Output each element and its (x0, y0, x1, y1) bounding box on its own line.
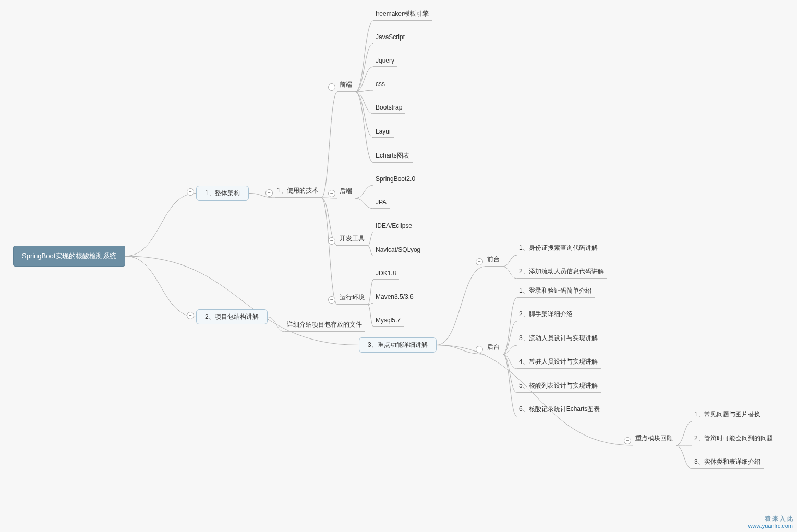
node-review-item: 2、管辩时可能会问到的问题 (692, 434, 776, 445)
collapse-icon[interactable]: − (187, 188, 194, 196)
node-back-item: 2、脚手架详细介绍 (517, 310, 576, 321)
collapse-icon[interactable]: − (328, 296, 335, 304)
node-env-item: Mysql5.7 (373, 317, 404, 327)
node-dev-tools[interactable]: 开发工具 (337, 234, 368, 246)
collapse-icon[interactable]: − (265, 189, 273, 197)
node-runtime-env[interactable]: 运行环境 (337, 293, 368, 305)
node-review-item: 3、实体类和表详细介绍 (692, 457, 764, 469)
collapse-icon[interactable]: − (328, 190, 335, 197)
node-env-item: Maven3.5/3.6 (373, 293, 417, 303)
node-backstage[interactable]: 后台 (485, 343, 503, 354)
node-frontend-item: freemaker模板引擎 (373, 9, 432, 21)
node-back-item: 3、流动人员设计与实现讲解 (517, 334, 601, 345)
node-frontend-item: Layui (373, 128, 394, 138)
node-front-item: 1、身份证搜索查询代码讲解 (517, 244, 601, 255)
node-frontend-item: css (373, 80, 388, 90)
node-backend-item: JPA (373, 199, 390, 209)
node-frontstage[interactable]: 前台 (485, 255, 503, 267)
collapse-icon[interactable]: − (187, 312, 194, 319)
node-frontend-item: Bootstrap (373, 104, 405, 114)
node-back-item: 4、常驻人员设计与实现讲解 (517, 357, 601, 369)
node-env-item: JDK1.8 (373, 270, 399, 280)
node-tool-item: Navicat/SQLyog (373, 246, 424, 256)
node-architecture[interactable]: 1、整体架构 (196, 186, 249, 201)
node-back-item: 5、核酸列表设计与实现讲解 (517, 381, 601, 393)
collapse-icon[interactable]: − (476, 346, 483, 353)
node-frontend-item: Echarts图表 (373, 151, 413, 163)
node-key-functions[interactable]: 3、重点功能详细讲解 (359, 337, 437, 353)
collapse-icon[interactable]: − (328, 237, 335, 245)
mindmap-canvas: SpringBoot实现的核酸检测系统 − 1、整体架构 − 2、项目包结构讲解… (0, 0, 797, 532)
watermark-text: 猿 来 入 此 (748, 515, 793, 523)
node-frontend-item: Jquery (373, 57, 397, 67)
node-back-item: 6、核酸记录统计Echarts图表 (517, 405, 603, 416)
node-frontend-item: JavaScript (373, 33, 408, 43)
watermark-url: www.yuanlrc.com (748, 523, 793, 529)
node-tool-item: IDEA/Eclipse (373, 222, 415, 232)
collapse-icon[interactable]: − (476, 258, 483, 265)
node-used-tech[interactable]: 1、使用的技术 (275, 186, 321, 198)
root-node[interactable]: SpringBoot实现的核酸检测系统 (13, 246, 125, 267)
node-frontend[interactable]: 前端 (337, 80, 355, 92)
node-review[interactable]: 重点模块回顾 (633, 434, 676, 445)
node-package-note: 详细介绍项目包存放的文件 (285, 320, 365, 332)
node-backend-item: SpringBoot2.0 (373, 175, 418, 185)
node-backend[interactable]: 后端 (337, 187, 355, 198)
node-front-item: 2、添加流动人员信息代码讲解 (517, 267, 607, 279)
node-back-item: 1、登录和验证码简单介绍 (517, 286, 595, 298)
collapse-icon[interactable]: − (624, 437, 631, 444)
node-package-structure[interactable]: 2、项目包结构讲解 (196, 309, 268, 324)
collapse-icon[interactable]: − (328, 83, 335, 91)
watermark: 猿 来 入 此 www.yuanlrc.com (748, 515, 793, 529)
node-review-item: 1、常见问题与图片替换 (692, 410, 764, 421)
